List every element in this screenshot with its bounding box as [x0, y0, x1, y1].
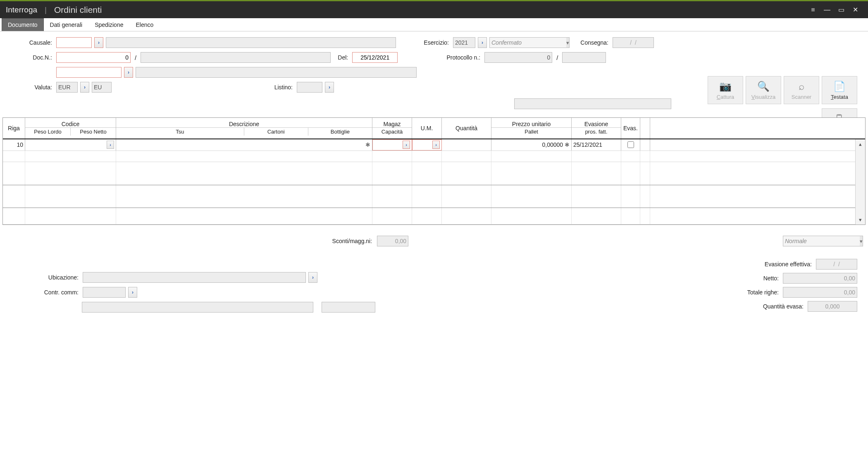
tab-spedizione[interactable]: Spedizione	[88, 18, 129, 31]
cell-evasione[interactable]: 25/12/2021	[572, 139, 621, 150]
qta-evasa-input	[808, 301, 857, 312]
sconti-input	[377, 236, 408, 246]
contr-lookup[interactable]: ›	[128, 287, 137, 298]
cattura-button[interactable]: 📷 Cattura	[708, 76, 743, 104]
ubicazione-lookup[interactable]: ›	[308, 272, 317, 283]
label-qta-evasa: Quantità evasa:	[763, 303, 805, 310]
stato-combo[interactable]: ▾	[489, 37, 564, 48]
cattura-label: C	[717, 94, 720, 100]
slash-sep-1: /	[133, 54, 138, 61]
col-codice: Codice Peso Lordo Peso Netto	[25, 118, 116, 139]
tot-righe-input	[783, 287, 857, 298]
form-area: Causale: › Esercizio: › ▾ Consegna: Doc.…	[0, 31, 868, 117]
tool-buttons: 📷 Cattura 🔍 Visualizza ⌕ Scanner 📄 Testa…	[708, 76, 857, 104]
document-icon: 📄	[833, 81, 846, 92]
grid-header: Riga Codice Peso Lordo Peso Netto Descri…	[3, 118, 865, 139]
cell-evas[interactable]	[621, 139, 640, 150]
label-causale: Causale:	[9, 39, 54, 46]
tabstrip: Documento Dati generali Spedizione Elenc…	[0, 18, 868, 31]
evas-checkbox[interactable]	[627, 141, 634, 148]
grid-scrollbar[interactable]: ▴ ▾	[855, 139, 865, 225]
docn-input[interactable]	[56, 52, 131, 63]
col-prezzo: Prezzo unitario Pallet	[491, 118, 572, 139]
magnifier-icon: 🔍	[757, 81, 770, 92]
col-evasione: Evasione pros. fatt.	[572, 118, 621, 139]
cell-codice[interactable]: ›	[25, 139, 116, 150]
cliente-code-input[interactable]	[56, 67, 122, 78]
um-lookup[interactable]: ›	[432, 141, 440, 149]
cell-um[interactable]: ›	[412, 139, 442, 150]
desc-flag-icon[interactable]: ✱	[365, 141, 370, 148]
cell-descrizione[interactable]: ✱	[116, 139, 372, 150]
label-ev-eff: Evasione effettiva:	[765, 261, 813, 268]
table-row[interactable]	[3, 151, 865, 162]
prezzo-flag-icon[interactable]: ✱	[565, 141, 570, 148]
scroll-up-icon[interactable]: ▴	[859, 141, 862, 147]
cell-magaz[interactable]: ›	[372, 139, 412, 150]
testata-button[interactable]: 📄 Testata	[822, 76, 857, 104]
tab-documento[interactable]: Documento	[2, 18, 44, 31]
scanner-icon: ⌕	[799, 81, 804, 92]
chevron-down-icon[interactable]: ▾	[566, 37, 570, 48]
maximize-icon[interactable]: ▭	[834, 4, 848, 16]
protocollo-serie	[562, 52, 606, 63]
cliente-lookup[interactable]: ›	[124, 67, 133, 78]
col-riga: Riga	[3, 118, 25, 139]
label-sconti: Sconti/magg.ni:	[332, 238, 374, 244]
table-row[interactable]: 10 › ✱ › › 0,00000 ✱ 25/12/2021	[3, 139, 865, 151]
label-del: Del:	[333, 54, 350, 61]
col-quantita: Quantità	[442, 118, 491, 139]
chevron-down-icon[interactable]: ▾	[860, 236, 863, 246]
ev-eff-input	[816, 259, 857, 270]
tab-dati-generali[interactable]: Dati generali	[44, 18, 89, 31]
cell-quantita[interactable]	[442, 139, 491, 150]
label-listino: Listino:	[265, 84, 294, 91]
free-text-input	[514, 98, 671, 109]
causale-lookup[interactable]: ›	[94, 37, 103, 48]
label-ubicazione: Ubicazione:	[35, 274, 80, 281]
mode-label: Interroga	[6, 5, 37, 14]
listino-input	[297, 82, 322, 93]
cell-riga[interactable]: 10	[3, 139, 25, 150]
valuta-lookup[interactable]: ›	[80, 82, 89, 93]
table-row[interactable]	[3, 162, 865, 185]
protocollo-input	[484, 52, 552, 63]
scroll-down-icon[interactable]: ▾	[859, 217, 862, 223]
esercizio-input	[453, 37, 475, 48]
esercizio-lookup[interactable]: ›	[478, 37, 487, 48]
scanner-button[interactable]: ⌕ Scanner	[784, 76, 819, 104]
label-docn: Doc.N.:	[9, 54, 54, 61]
table-row[interactable]	[3, 208, 865, 225]
causale-input[interactable]	[56, 37, 92, 48]
magaz-lookup[interactable]: ›	[403, 141, 410, 149]
grid-body: 10 › ✱ › › 0,00000 ✱ 25/12/2021	[3, 139, 865, 225]
tab-elenco[interactable]: Elenco	[129, 18, 160, 31]
cliente-desc	[136, 67, 417, 78]
scanner-label: Scanner	[792, 94, 811, 100]
label-netto: Netto:	[763, 275, 780, 282]
tipo-combo[interactable]: ▾	[783, 236, 857, 246]
table-row[interactable]	[3, 185, 865, 208]
slash-sep-2: /	[555, 54, 560, 61]
codice-lookup[interactable]: ›	[107, 141, 114, 149]
ubicazione-input	[83, 272, 306, 283]
col-magaz: Magaz Capacità	[372, 118, 412, 139]
cell-prezzo[interactable]: 0,00000 ✱	[491, 139, 572, 150]
grid: Riga Codice Peso Lordo Peso Netto Descri…	[2, 117, 866, 225]
contr-desc	[82, 302, 313, 313]
label-protocollo: Protocollo n.:	[434, 54, 482, 61]
title-divider: |	[45, 5, 47, 14]
close-icon[interactable]: ✕	[848, 4, 862, 16]
label-esercizio: Esercizio:	[415, 39, 451, 46]
causale-desc	[106, 37, 396, 48]
del-input[interactable]	[352, 52, 398, 63]
col-descrizione: Descrizione Tsu Cartoni Bottiglie	[116, 118, 372, 139]
window-title: Ordini clienti	[54, 5, 102, 15]
hamburger-icon[interactable]: ≡	[806, 4, 820, 16]
label-tot-righe: Totale righe:	[747, 289, 780, 296]
listino-lookup[interactable]: ›	[325, 82, 334, 93]
visualizza-button[interactable]: 🔍 Visualizza	[746, 76, 781, 104]
minimize-icon[interactable]: —	[820, 4, 834, 16]
valuta-desc	[92, 82, 112, 93]
contr-extra	[322, 302, 375, 313]
